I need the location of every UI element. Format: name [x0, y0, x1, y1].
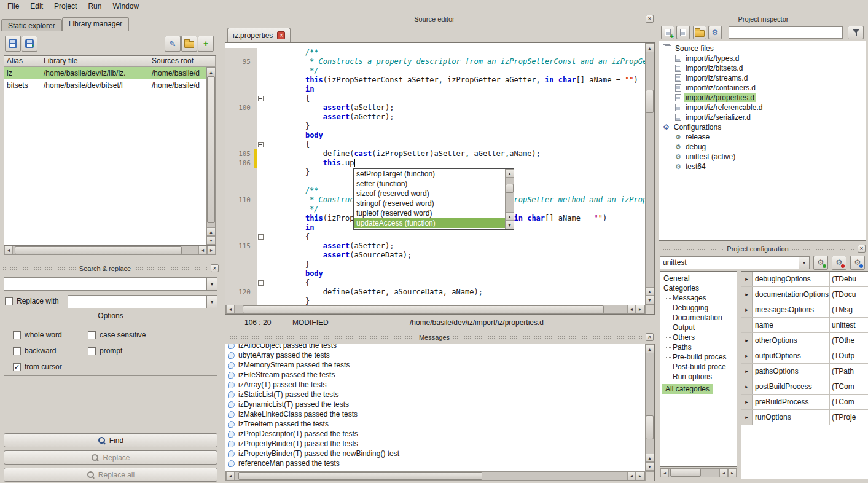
tree-item-file[interactable]: import/iz/containers.d: [659, 83, 866, 93]
option-backward[interactable]: backward: [13, 346, 62, 356]
property-value[interactable]: (TMsg: [830, 302, 868, 317]
message-item[interactable]: izMakeLinkedClass passed the tests: [225, 409, 645, 419]
table-row[interactable]: bitsets/home/basile/dev/bitset/l/home/ba…: [4, 79, 206, 92]
property-row[interactable]: ▸preBuildProcess(TCom: [741, 395, 868, 410]
scroll-left-button[interactable]: ◂: [627, 305, 636, 313]
expand-arrow-icon[interactable]: ▸: [741, 395, 753, 409]
completion-item[interactable]: updateAccess (function): [354, 218, 505, 228]
property-row[interactable]: ▸outputOptions(TOutp: [741, 348, 868, 364]
expand-arrow-icon[interactable]: ▸: [741, 302, 753, 317]
fold-toggle-icon[interactable]: [258, 96, 264, 101]
expand-arrow-icon[interactable]: ▸: [741, 333, 753, 348]
property-value[interactable]: (TOthe: [830, 333, 868, 348]
scroll-thumb[interactable]: [646, 415, 654, 439]
property-value[interactable]: (TDebu: [830, 272, 868, 286]
code-text[interactable]: {: [265, 140, 645, 149]
completion-item[interactable]: setPropTarget (function): [354, 169, 505, 179]
message-item[interactable]: izAllocObject passed the tests: [225, 344, 645, 350]
category-item[interactable]: Others: [660, 332, 737, 342]
scroll-left-button[interactable]: ◂: [226, 305, 235, 313]
scroll-track[interactable]: [13, 246, 198, 254]
scroll-up-button[interactable]: ▴: [646, 454, 654, 462]
scroll-track[interactable]: [235, 305, 627, 313]
scroll-up-button[interactable]: ▴: [646, 44, 654, 52]
scroll-thumb[interactable]: [506, 184, 514, 193]
library-table-hscrollbar[interactable]: ◂◂▸: [4, 246, 216, 255]
message-item[interactable]: izArray(T) passed the tests: [225, 380, 645, 390]
expand-arrow-icon[interactable]: ▸: [741, 364, 753, 379]
new-source-button[interactable]: [676, 26, 690, 39]
code-text[interactable]: body: [265, 131, 645, 140]
tree-item-configuration[interactable]: ⚙release: [659, 132, 866, 142]
scroll-up-button[interactable]: ▴: [506, 212, 514, 221]
message-item[interactable]: izDynamicList(T) passed the tests: [225, 399, 645, 409]
expand-arrow-icon[interactable]: ▸: [741, 272, 753, 286]
category-item[interactable]: Categories: [660, 283, 737, 293]
scroll-left-button[interactable]: ◂: [198, 246, 207, 254]
fold-toggle-icon[interactable]: [258, 280, 264, 286]
scroll-track[interactable]: [646, 52, 654, 287]
editor-vscrollbar[interactable]: ▴▴▾: [645, 43, 654, 305]
property-row[interactable]: ▸runOptions(TProje: [741, 410, 868, 425]
table-row[interactable]: iz/home/basile/dev/iz/lib/iz./home/basil…: [4, 67, 206, 79]
load-library-list-button[interactable]: +: [22, 36, 37, 52]
code-text[interactable]: * Constructs a property descriptor from …: [265, 57, 645, 66]
expand-arrow-icon[interactable]: ▸: [741, 287, 753, 302]
scroll-thumb[interactable]: [238, 472, 482, 480]
code-text[interactable]: assert(aSetter);: [265, 242, 645, 251]
code-text[interactable]: assert(aSourceData);: [265, 251, 645, 260]
tab-close-icon[interactable]: ×: [277, 31, 285, 39]
editor-hscrollbar[interactable]: ◂◂▸: [225, 305, 645, 314]
code-text[interactable]: {: [265, 232, 645, 242]
chevron-down-icon[interactable]: ▾: [206, 278, 217, 290]
replace-term-value[interactable]: [68, 296, 206, 308]
code-text[interactable]: {: [265, 278, 645, 288]
property-value[interactable]: (TCom: [830, 379, 868, 394]
messages-hscrollbar[interactable]: ◂◂▸: [225, 471, 645, 481]
menu-item-window[interactable]: Window: [108, 1, 144, 11]
completion-item[interactable]: setter (function): [354, 179, 505, 189]
tree-item-configuration[interactable]: ⚙unittest (active): [659, 152, 866, 162]
code-text[interactable]: */: [265, 66, 645, 76]
fold-toggle-icon[interactable]: [258, 142, 264, 147]
code-text[interactable]: }: [265, 297, 645, 305]
replace-all-button[interactable]: Replace all: [4, 468, 217, 482]
tree-item-configuration[interactable]: ⚙debug: [659, 142, 866, 152]
property-row[interactable]: ▸messagesOptions(TMsg: [741, 302, 868, 318]
property-value[interactable]: (TCom: [830, 395, 868, 409]
add-configuration-button[interactable]: ⚙: [813, 256, 828, 270]
scroll-thumb[interactable]: [670, 469, 700, 477]
scroll-thumb[interactable]: [15, 246, 182, 254]
document-tab[interactable]: iz.properties ×: [227, 28, 291, 42]
code-text[interactable]: assert(aSetter);: [265, 103, 645, 112]
message-item[interactable]: izMemoryStream passed the tests: [225, 360, 645, 370]
message-item[interactable]: izPropDescriptor(T) passed the tests: [225, 429, 645, 439]
library-table-vscrollbar[interactable]: ▴▴▾: [206, 67, 216, 245]
code-editor-viewport[interactable]: /**95 * Constructs a property descriptor…: [225, 43, 645, 305]
category-item[interactable]: General: [660, 273, 737, 283]
property-row[interactable]: ▸pathsOptions(TPath: [741, 364, 868, 379]
code-text[interactable]: }: [265, 260, 645, 269]
completion-item[interactable]: sizeof (reserved word): [354, 189, 505, 198]
configuration-selector[interactable]: unittest ▾: [660, 256, 810, 269]
scroll-right-button[interactable]: ▸: [636, 472, 644, 480]
select-library-folder-button[interactable]: [181, 36, 197, 52]
completion-item[interactable]: stringof (reserved word): [354, 198, 505, 208]
scroll-track[interactable]: [235, 472, 627, 480]
menu-item-file[interactable]: File: [2, 1, 24, 11]
scroll-down-button[interactable]: ▾: [646, 462, 654, 471]
checkbox-icon[interactable]: [88, 347, 96, 355]
scroll-left-button[interactable]: ◂: [627, 472, 636, 480]
menu-item-edit[interactable]: Edit: [25, 1, 48, 11]
close-icon[interactable]: ×: [211, 264, 219, 272]
scroll-left-button[interactable]: ◂: [660, 469, 669, 477]
completion-item[interactable]: tupleof (reserved word): [354, 208, 505, 218]
tree-item-file[interactable]: import/iz/bitsets.d: [659, 63, 866, 73]
message-item[interactable]: referenceMan passed the tests: [225, 458, 645, 468]
tree-item-source-files[interactable]: Source files: [659, 44, 866, 53]
code-text[interactable]: this.up: [265, 159, 645, 168]
scroll-right-button[interactable]: ▸: [207, 246, 216, 254]
category-item[interactable]: Run options: [660, 372, 737, 382]
search-term-combobox[interactable]: ▾: [4, 277, 217, 291]
checkbox-icon[interactable]: [13, 347, 21, 355]
